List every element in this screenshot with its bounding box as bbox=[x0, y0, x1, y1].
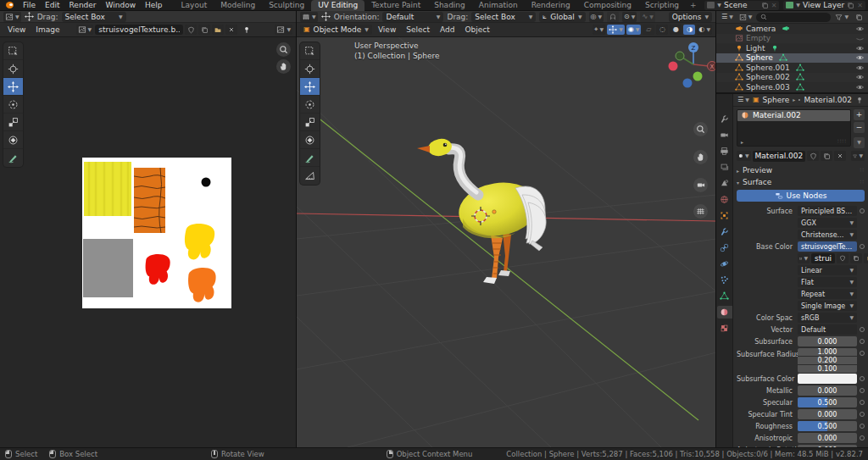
uv-menu-image[interactable]: Image bbox=[31, 25, 64, 34]
uv-menu-view[interactable]: View bbox=[3, 25, 30, 34]
tool-rotate[interactable] bbox=[3, 96, 23, 114]
tool-cursor[interactable] bbox=[3, 60, 23, 78]
menu-help[interactable]: Help bbox=[141, 1, 167, 9]
menu-file[interactable]: File bbox=[19, 1, 40, 9]
shading-rendered-button[interactable]: ◐▼ bbox=[697, 25, 712, 35]
pivot-dropdown[interactable]: ⟀Global▼ bbox=[539, 12, 585, 22]
new-scene-icon[interactable] bbox=[761, 2, 769, 9]
menu-window[interactable]: Window bbox=[102, 1, 141, 9]
browse-image-button[interactable]: ▼ bbox=[798, 253, 810, 263]
browse-material-button[interactable]: ▼ bbox=[737, 151, 751, 161]
distribution-dropdown[interactable]: GGX▼ bbox=[798, 218, 857, 228]
menu-render[interactable]: Render bbox=[65, 1, 101, 9]
image-datablock-field[interactable]: struisvogelTexture.b.. bbox=[95, 25, 183, 35]
tab-output[interactable] bbox=[717, 145, 732, 158]
tool-annotate[interactable] bbox=[300, 149, 320, 167]
v3d-menu-view[interactable]: View bbox=[374, 25, 400, 34]
tab-view-layer[interactable] bbox=[717, 161, 732, 174]
properties-filter-button[interactable]: ☰▼ bbox=[737, 95, 749, 105]
tab-texture[interactable] bbox=[717, 322, 732, 335]
subsurface-radius-z[interactable]: 0.100 bbox=[798, 365, 857, 373]
tab-object[interactable] bbox=[717, 209, 732, 222]
v3d-menu-add[interactable]: Add bbox=[436, 25, 459, 34]
pin-icon[interactable] bbox=[242, 25, 251, 34]
tab-constraints[interactable] bbox=[717, 241, 732, 254]
image-name-field[interactable]: strui bbox=[811, 253, 835, 263]
tool-scale[interactable] bbox=[300, 114, 320, 131]
fake-user-icon[interactable] bbox=[185, 25, 197, 35]
decorator-dot[interactable] bbox=[860, 339, 865, 344]
decorator-dot[interactable] bbox=[860, 244, 865, 249]
projection-dropdown[interactable]: Flat▼ bbox=[798, 277, 857, 287]
falloff-button[interactable]: ∿▼ bbox=[640, 12, 654, 22]
tool-move[interactable] bbox=[3, 78, 23, 96]
scene-selector[interactable]: ▼ Scene ✕ bbox=[704, 1, 779, 10]
outliner-row-sphere-003[interactable]: Sphere.003 bbox=[716, 82, 868, 92]
outliner-row-light[interactable]: Light bbox=[716, 43, 868, 53]
outliner-search-input[interactable] bbox=[756, 13, 831, 22]
decorator-dot[interactable] bbox=[860, 412, 865, 417]
tab-texture-paint[interactable]: Texture Paint bbox=[364, 0, 427, 11]
decorator-dot[interactable] bbox=[860, 327, 865, 332]
subsurface-radius-x[interactable]: 1.000 bbox=[798, 348, 857, 356]
roughness-slider[interactable]: 0.500 bbox=[798, 421, 857, 431]
extension-dropdown[interactable]: Repeat▼ bbox=[798, 289, 857, 299]
tab-layout[interactable]: Layout bbox=[175, 0, 214, 11]
tool-transform[interactable] bbox=[3, 131, 23, 149]
tab-world[interactable] bbox=[717, 193, 732, 206]
tab-animation[interactable]: Animation bbox=[472, 0, 525, 11]
list-resize-grip[interactable]: ∷∷ bbox=[837, 138, 847, 145]
decorator-dot[interactable] bbox=[860, 400, 865, 405]
fake-user-icon[interactable] bbox=[837, 253, 849, 263]
breadcrumb-material[interactable]: Material.002 bbox=[804, 96, 852, 104]
tab-physics[interactable] bbox=[717, 258, 732, 270]
fake-user-icon[interactable] bbox=[807, 151, 819, 161]
preview-section-header[interactable]: ▸ Preview ∷ bbox=[737, 165, 865, 176]
tab-modeling[interactable]: Modeling bbox=[214, 0, 262, 11]
visibility-eye-icon[interactable] bbox=[855, 44, 865, 53]
mode-dropdown[interactable]: ▣Object Mode▼ bbox=[300, 25, 372, 35]
decorator-dot[interactable] bbox=[860, 424, 865, 429]
shading-solid-button[interactable]: ● bbox=[670, 25, 682, 35]
open-image-icon[interactable] bbox=[212, 25, 224, 35]
overlays-toggle-button[interactable]: ◉▼ bbox=[626, 25, 642, 35]
snap-toggle-icon[interactable] bbox=[607, 12, 619, 22]
orientation-dropdown[interactable]: Default▼ bbox=[382, 12, 443, 22]
v3d-pan-gizmo[interactable] bbox=[693, 150, 708, 164]
tool-scale[interactable] bbox=[3, 114, 23, 131]
object-type-visibility-button[interactable]: ⌖▼ bbox=[593, 25, 605, 35]
tab-compositing[interactable]: Compositing bbox=[577, 0, 638, 11]
new-collection-icon[interactable] bbox=[853, 12, 865, 22]
outliner-display-mode-button[interactable]: ☰▼ bbox=[720, 12, 735, 22]
copy-image-icon[interactable] bbox=[850, 253, 862, 263]
use-nodes-button[interactable]: Use Nodes bbox=[737, 190, 865, 202]
tool-select-box[interactable] bbox=[3, 42, 23, 60]
perspective-toggle-gizmo[interactable] bbox=[693, 204, 708, 219]
source-dropdown[interactable]: Single Image▼ bbox=[798, 301, 857, 311]
v3d-zoom-gizmo[interactable] bbox=[693, 122, 708, 136]
tab-uv-editing[interactable]: UV Editing bbox=[311, 0, 364, 11]
v3d-menu-object[interactable]: Object bbox=[460, 25, 493, 34]
tool-cursor[interactable] bbox=[300, 60, 320, 78]
uv-select-mode-dropdown[interactable]: Select Box▼ bbox=[62, 12, 126, 22]
tool-annotate[interactable] bbox=[3, 149, 23, 167]
outliner-filter-type-button[interactable]: ▼ bbox=[737, 12, 754, 22]
tool-transform[interactable] bbox=[300, 131, 320, 149]
proportional-edit-button[interactable]: ⊙▼ bbox=[622, 12, 637, 22]
outliner-row-sphere-001[interactable]: Sphere.001 bbox=[716, 63, 868, 73]
outliner-row-sphere-002[interactable]: Sphere.002 bbox=[716, 73, 868, 83]
new-view-layer-icon[interactable] bbox=[847, 2, 854, 9]
shading-wireframe-button[interactable]: ◌ bbox=[656, 25, 668, 35]
v3d-editor-type-button[interactable]: ▼ bbox=[300, 12, 318, 22]
subsurface-method-dropdown[interactable]: Christensen-Burley▼ bbox=[798, 230, 857, 240]
list-filter-toggle-icon[interactable]: ▸ bbox=[741, 139, 743, 145]
material-slot-active[interactable]: Material.002 bbox=[737, 110, 850, 121]
tab-sculpting[interactable]: Sculpting bbox=[262, 0, 311, 11]
view-layer-selector[interactable]: ▼ View Layer ✕ bbox=[783, 1, 865, 10]
add-material-slot-button[interactable]: + bbox=[854, 109, 865, 120]
tab-tool[interactable] bbox=[717, 113, 732, 125]
base-color-texture-menu[interactable]: struisvogelTexture.b.. bbox=[798, 241, 857, 252]
tab-scene[interactable] bbox=[717, 177, 732, 190]
image-browse-button[interactable]: ▼ bbox=[76, 25, 94, 35]
visibility-eye-icon[interactable] bbox=[855, 53, 865, 62]
